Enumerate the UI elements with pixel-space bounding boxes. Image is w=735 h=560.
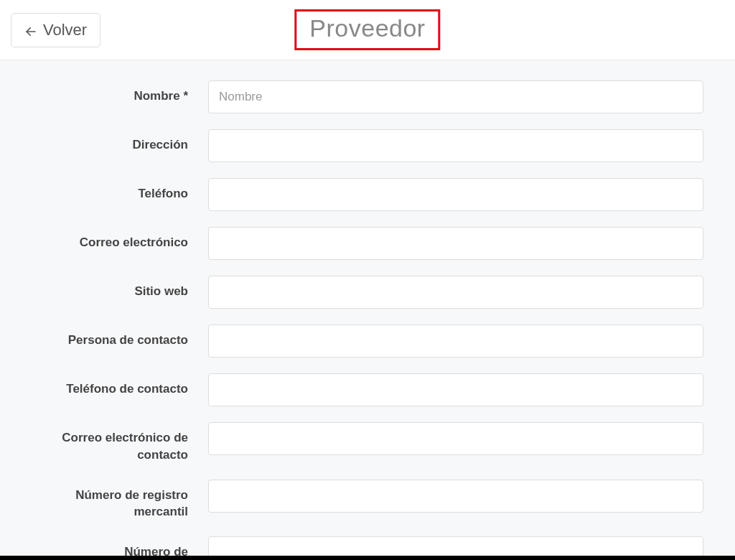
arrow-left-icon [24, 24, 37, 37]
bottom-border [0, 556, 735, 560]
form-row-registro-mercantil: Número de registro mercantil [29, 480, 706, 521]
back-button[interactable]: Volver [11, 13, 100, 47]
label-correo-contacto: Correo electrónico de contacto [29, 422, 208, 464]
label-nombre: Nombre * [29, 80, 208, 105]
label-registro-mercantil: Número de registro mercantil [29, 480, 208, 521]
form-row-persona-contacto: Persona de contacto [29, 325, 706, 358]
form-row-correo-contacto: Correo electrónico de contacto [29, 422, 706, 464]
form-row-sitioweb: Sitio web [29, 276, 706, 309]
input-correo[interactable] [208, 227, 703, 260]
page-title-highlight: Proveedor [294, 9, 440, 50]
form-row-nombre: Nombre * [29, 80, 706, 113]
form-row-telefono: Teléfono [29, 178, 706, 211]
label-correo: Correo electrónico [29, 227, 208, 251]
input-correo-contacto[interactable] [208, 422, 703, 455]
page-title: Proveedor [309, 14, 425, 42]
label-persona-contacto: Persona de contacto [29, 325, 208, 349]
input-telefono[interactable] [208, 178, 703, 211]
form-row-correo: Correo electrónico [29, 227, 706, 260]
input-sitioweb[interactable] [208, 276, 703, 309]
form-row-telefono-contacto: Teléfono de contacto [29, 373, 706, 406]
form-row-direccion: Dirección [29, 129, 706, 162]
input-telefono-contacto[interactable] [208, 373, 703, 406]
back-button-label: Volver [43, 21, 87, 39]
input-direccion[interactable] [208, 129, 703, 162]
input-persona-contacto[interactable] [208, 325, 703, 358]
form-scroll-area[interactable]: Nombre * Dirección Teléfono Correo elect… [0, 60, 735, 560]
page-header: Volver Proveedor [0, 0, 735, 60]
label-direccion: Dirección [29, 129, 208, 154]
label-telefono-contacto: Teléfono de contacto [29, 373, 208, 398]
input-registro-mercantil[interactable] [208, 480, 703, 513]
label-sitioweb: Sitio web [29, 276, 208, 300]
label-telefono: Teléfono [29, 178, 208, 202]
input-nombre[interactable] [208, 80, 703, 113]
